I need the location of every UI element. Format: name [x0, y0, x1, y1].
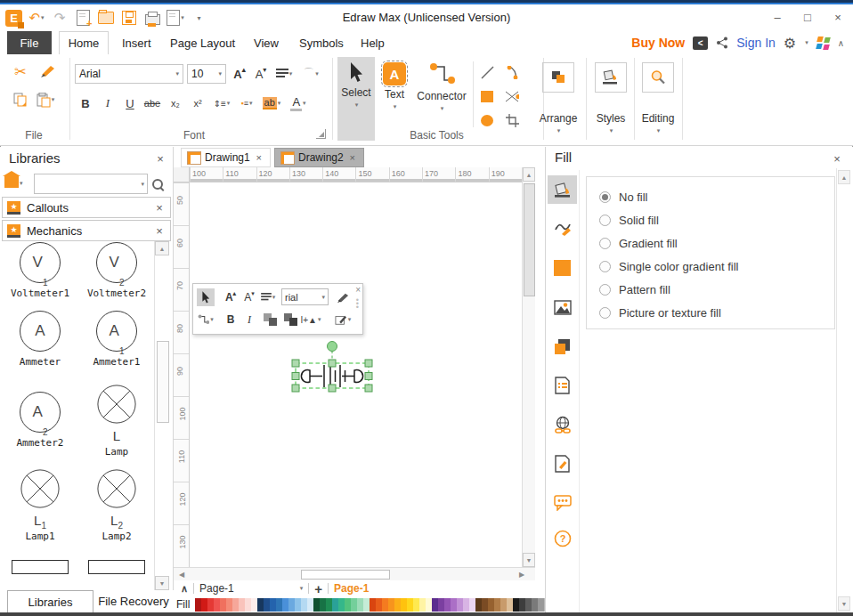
- mini-toolbar-close-icon[interactable]: ×: [355, 285, 361, 295]
- color-swatch[interactable]: [370, 598, 376, 612]
- color-swatch[interactable]: [264, 598, 270, 612]
- quick-style-tab-button[interactable]: [548, 332, 577, 361]
- customize-toolbar-button[interactable]: ▾: [190, 9, 207, 27]
- color-swatch[interactable]: [444, 598, 451, 612]
- color-swatch[interactable]: [457, 598, 463, 612]
- tab-insert[interactable]: Insert: [110, 31, 163, 54]
- line-tab-button[interactable]: [548, 215, 577, 243]
- color-swatch[interactable]: [488, 598, 494, 612]
- fill-option-no-fill[interactable]: No fill: [599, 188, 648, 206]
- color-swatch[interactable]: [500, 598, 507, 612]
- color-swatch[interactable]: [401, 598, 407, 612]
- radio-icon[interactable]: [599, 307, 611, 319]
- open-button[interactable]: [97, 9, 115, 27]
- shadow-tab-button[interactable]: [548, 254, 577, 282]
- close-drawing1-icon[interactable]: ×: [255, 150, 264, 165]
- color-swatch[interactable]: [332, 598, 338, 612]
- radio-icon[interactable]: [599, 238, 611, 249]
- color-swatch[interactable]: [376, 598, 382, 612]
- editing-button[interactable]: Editing ▾: [636, 57, 680, 141]
- color-swatch[interactable]: [432, 598, 438, 612]
- mini-select-button[interactable]: [197, 288, 215, 306]
- scroll-down-icon[interactable]: ▼: [155, 576, 169, 590]
- arc-shape-button[interactable]: [502, 62, 522, 82]
- fill-option-single-color-gradient-fill[interactable]: Single color gradient fill: [599, 257, 738, 275]
- ellipse-shape-button[interactable]: [477, 110, 497, 130]
- color-swatch[interactable]: [226, 598, 232, 612]
- color-swatch[interactable]: [388, 598, 394, 612]
- minimize-button[interactable]: –: [762, 4, 792, 29]
- color-swatch[interactable]: [507, 598, 513, 612]
- comment-tab-button[interactable]: [548, 489, 577, 517]
- mini-insert-button[interactable]: I+▲▾: [302, 311, 320, 328]
- tab-page-layout[interactable]: Page Layout: [158, 31, 247, 54]
- color-swatch[interactable]: [338, 598, 345, 612]
- color-swatch[interactable]: [326, 598, 332, 612]
- color-swatch[interactable]: [207, 598, 214, 612]
- new-document-button[interactable]: +: [74, 9, 92, 27]
- italic-button[interactable]: I: [98, 93, 118, 113]
- color-swatch[interactable]: [438, 598, 444, 612]
- connector-tool-button[interactable]: Connector ▾: [413, 57, 470, 141]
- selected-shape[interactable]: [283, 338, 381, 401]
- mini-group-button[interactable]: [281, 311, 299, 328]
- doc-tab-drawing2[interactable]: Drawing2 ×: [274, 148, 364, 167]
- library-symbol-lamp1[interactable]: L1Lamp1: [2, 462, 78, 547]
- color-swatch[interactable]: [351, 598, 357, 612]
- picture-tab-button[interactable]: [548, 293, 577, 321]
- tab-view[interactable]: View: [242, 31, 290, 54]
- color-swatch[interactable]: [357, 598, 363, 612]
- scroll-up-icon[interactable]: ▲: [155, 241, 169, 255]
- export-button[interactable]: ▾: [167, 9, 184, 27]
- library-symbol-ammeter[interactable]: AAmmeter: [2, 300, 78, 378]
- canvas[interactable]: A▴ A▾ ▾ rial▾ × ••• ▾ B I I+▲▾ ▾: [190, 182, 522, 567]
- color-swatch[interactable]: [482, 598, 488, 612]
- scrollbar-thumb[interactable]: [301, 570, 390, 580]
- mini-connector-button[interactable]: ▾: [197, 311, 215, 328]
- crop-tool-button[interactable]: [502, 110, 522, 130]
- doc-tab-drawing1[interactable]: Drawing1 ×: [181, 148, 271, 167]
- line-shape-button[interactable]: [477, 62, 497, 82]
- library-group-callouts[interactable]: ★ Callouts ×: [2, 197, 171, 218]
- sign-in-link[interactable]: Sign In: [736, 36, 776, 50]
- text-align-button[interactable]: ▾: [274, 64, 294, 84]
- share-nodes-icon[interactable]: [716, 36, 728, 49]
- library-search-button[interactable]: [152, 177, 163, 193]
- mini-arrange-button[interactable]: [261, 311, 279, 328]
- color-swatch[interactable]: [538, 598, 544, 612]
- color-swatch[interactable]: [532, 598, 538, 612]
- library-home-button[interactable]: ▾: [4, 173, 23, 188]
- paste-button[interactable]: ▾: [36, 90, 55, 109]
- add-page-button[interactable]: +: [314, 581, 322, 596]
- library-symbol-ammeter1[interactable]: A1Ammeter1: [78, 300, 155, 378]
- undo-button[interactable]: ↶▾: [28, 9, 45, 27]
- maximize-button[interactable]: □: [792, 4, 823, 29]
- rectangle-shape-button[interactable]: [477, 86, 497, 106]
- tab-symbols[interactable]: Symbols: [288, 31, 355, 54]
- cut-button[interactable]: ✂: [11, 61, 30, 81]
- libraries-scrollbar[interactable]: ▲ ▼: [154, 241, 170, 590]
- format-painter-button[interactable]: [37, 61, 57, 81]
- scroll-up-icon[interactable]: ▲: [838, 170, 850, 184]
- color-swatch[interactable]: [257, 598, 264, 612]
- tab-help[interactable]: Help: [349, 31, 396, 54]
- radio-icon[interactable]: [599, 215, 611, 226]
- share-screen-icon[interactable]: <: [693, 36, 708, 50]
- fill-option-solid-fill[interactable]: Solid fill: [599, 211, 659, 229]
- fill-tab-button[interactable]: [548, 175, 577, 204]
- library-group-mechanics[interactable]: ★ Mechanics ×: [2, 220, 171, 241]
- mini-decrease-font-button[interactable]: A▾: [240, 288, 258, 306]
- mini-align-button[interactable]: ▾: [259, 288, 277, 306]
- color-swatch[interactable]: [320, 598, 326, 612]
- close-fill-panel-icon[interactable]: ×: [830, 151, 844, 166]
- fill-panel-scrollbar[interactable]: ▲ ▼: [836, 168, 851, 612]
- color-swatch[interactable]: [245, 598, 251, 612]
- color-swatch[interactable]: [475, 598, 482, 612]
- decrease-font-button[interactable]: A▾: [251, 64, 271, 84]
- radio-icon[interactable]: [599, 284, 611, 296]
- font-color-button[interactable]: A▾: [288, 93, 308, 113]
- subscript-button[interactable]: x₂: [166, 93, 185, 113]
- text-tool-button[interactable]: A Text ▾: [378, 57, 411, 141]
- scroll-down-icon[interactable]: ▼: [838, 596, 850, 611]
- styles-button[interactable]: Styles ▾: [589, 57, 632, 141]
